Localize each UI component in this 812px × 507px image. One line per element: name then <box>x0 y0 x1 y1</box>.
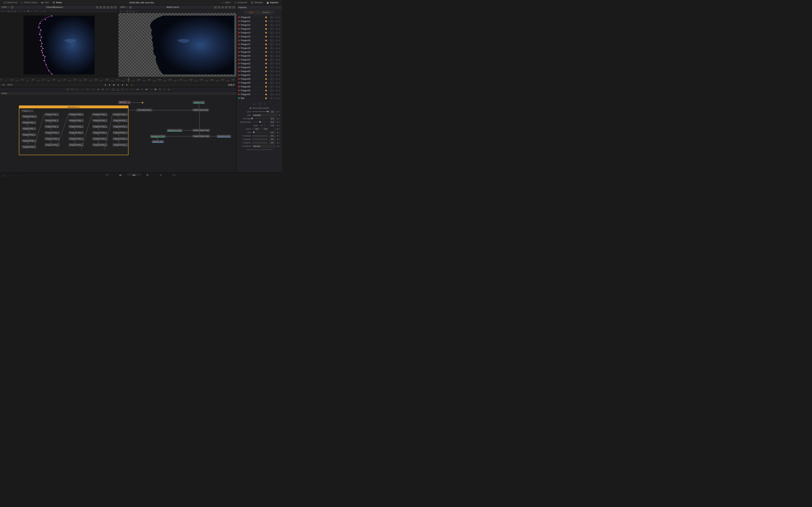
edit-icon[interactable] <box>273 32 275 34</box>
pin-icon[interactable] <box>270 16 272 18</box>
enable-dot-icon[interactable] <box>238 90 240 91</box>
reset-icon[interactable] <box>264 125 265 126</box>
color-swatch[interactable] <box>265 32 267 34</box>
color-swatch[interactable] <box>265 40 267 41</box>
pin-icon[interactable] <box>270 74 272 76</box>
color-swatch[interactable] <box>265 59 267 60</box>
lock-icon[interactable] <box>276 94 278 95</box>
tool-icon[interactable] <box>119 10 121 12</box>
node-polygon[interactable]: Polygon8 (Ply)◈ <box>45 119 59 122</box>
reset-icon[interactable] <box>279 146 281 147</box>
tool-icon[interactable] <box>14 10 16 12</box>
pin-icon[interactable] <box>270 24 272 26</box>
tool-icon[interactable] <box>101 88 104 91</box>
show-view-controls-checkbox[interactable] <box>250 107 252 109</box>
lock-icon[interactable] <box>276 24 278 26</box>
edit-icon[interactable] <box>273 94 275 95</box>
crosshair-icon[interactable] <box>275 128 276 130</box>
color-swatch[interactable] <box>265 86 267 88</box>
pin-icon[interactable] <box>270 70 272 72</box>
enable-dot-icon[interactable] <box>238 55 240 56</box>
tool-icon[interactable] <box>106 88 109 91</box>
keyframe-icon[interactable] <box>277 118 278 119</box>
node-polygon[interactable]: Polygon16 (Ply)◈ <box>68 131 84 134</box>
playhead[interactable] <box>129 77 129 82</box>
tool-icon[interactable] <box>71 88 74 91</box>
tool-icon[interactable] <box>86 88 89 91</box>
node-polygon[interactable]: Polygon12 (Ply)◈ <box>45 144 60 146</box>
inspector-item[interactable]: Polygon27⌄ <box>237 73 282 77</box>
yrot-dial[interactable] <box>252 138 268 140</box>
tool-icon[interactable] <box>21 10 23 12</box>
tool-icon[interactable] <box>24 10 26 12</box>
clips-tab[interactable]: Clips <box>39 1 51 5</box>
color-swatch[interactable] <box>265 36 267 37</box>
node-polygon[interactable]: Polygon23 (Ply)◈ <box>92 137 107 140</box>
viewer2-opt-3[interactable] <box>221 6 224 8</box>
node-channelbooleans[interactable]: ChannelBooleans1 <box>137 109 152 111</box>
keyframe-icon[interactable] <box>261 125 262 126</box>
pin-icon[interactable] <box>270 59 272 61</box>
edit-icon[interactable] <box>273 40 275 41</box>
viewer1-opt-3[interactable] <box>103 6 106 8</box>
goto-end-button[interactable] <box>125 83 129 87</box>
zrot-dial[interactable] <box>252 142 268 144</box>
keyframe-icon[interactable] <box>277 138 278 140</box>
enable-dot-icon[interactable] <box>238 32 240 33</box>
edit-icon[interactable] <box>273 55 275 57</box>
inspector-item[interactable]: Polygon11⌄ <box>237 19 282 23</box>
loop-button[interactable] <box>130 83 134 87</box>
node-merge1[interactable]: Merge1 (Merge, Mrg) <box>193 129 210 132</box>
keyframe-icon[interactable] <box>279 114 281 116</box>
color-swatch[interactable] <box>265 78 267 80</box>
pin-icon[interactable] <box>270 28 272 30</box>
pin-icon[interactable] <box>270 94 272 95</box>
edit-icon[interactable] <box>273 59 275 61</box>
node-background2[interactable]: Background2 (BG) <box>150 135 166 137</box>
inspector-item[interactable]: Polygon32⌄ <box>237 93 282 96</box>
tool-icon[interactable] <box>11 10 13 12</box>
tool-icon[interactable] <box>17 10 19 12</box>
reset-icon[interactable] <box>279 125 281 126</box>
pin-icon[interactable] <box>270 36 272 38</box>
timeline-ruler[interactable]: 0510152025303540455055606570758085909510… <box>0 77 237 83</box>
enable-dot-icon[interactable] <box>238 78 240 79</box>
edit-icon[interactable] <box>273 97 275 99</box>
reset-icon[interactable] <box>278 82 281 84</box>
page-fairlight[interactable]: Fairlight <box>154 173 167 176</box>
tool-icon[interactable] <box>136 10 138 12</box>
node-ball[interactable]: Ball (Ply)◈ <box>118 101 130 104</box>
page-color[interactable]: Color <box>141 173 154 176</box>
page-media[interactable]: Media <box>100 173 114 176</box>
node-polygon[interactable]: Polygon3 (Ply)◈ <box>22 127 36 130</box>
tool-icon[interactable] <box>130 88 133 91</box>
viewer1-opt-1[interactable] <box>96 6 98 8</box>
tool-icon[interactable] <box>31 10 33 12</box>
viewer2-viewport[interactable] <box>118 13 237 77</box>
pin-icon[interactable] <box>270 63 272 64</box>
lock-icon[interactable] <box>276 74 278 76</box>
node-polygon[interactable]: Polygon32 (Ply)◈ <box>113 144 128 146</box>
tool-icon[interactable] <box>37 10 39 12</box>
pin-icon[interactable] <box>270 40 272 41</box>
viewer2-more-icon[interactable] <box>233 6 235 8</box>
edit-icon[interactable] <box>273 74 275 76</box>
lock-icon[interactable] <box>276 43 278 45</box>
enable-dot-icon[interactable] <box>238 98 240 99</box>
page-fusion[interactable]: Fusion <box>127 173 141 176</box>
keyframe-icon[interactable] <box>277 111 278 113</box>
reset-icon[interactable] <box>278 90 281 92</box>
node-polygon[interactable]: Polygon24 (Ply)◈ <box>22 115 37 118</box>
node-polygon[interactable]: Polygon5 (Ply)◈ <box>22 139 36 142</box>
viewer1-opt-4[interactable] <box>107 6 109 8</box>
node-polygon[interactable]: Polygon27 (Ply)◈ <box>113 113 128 116</box>
tool-icon[interactable] <box>123 10 125 12</box>
lock-icon[interactable] <box>276 28 278 30</box>
enable-dot-icon[interactable] <box>238 59 240 60</box>
edit-icon[interactable] <box>273 78 275 80</box>
keyframe-icon[interactable] <box>277 125 278 126</box>
inspector-item[interactable]: Polygon31⌄ <box>237 89 282 93</box>
tool-icon[interactable] <box>125 88 128 91</box>
lock-icon[interactable] <box>276 36 278 38</box>
tool-icon[interactable] <box>112 88 115 91</box>
